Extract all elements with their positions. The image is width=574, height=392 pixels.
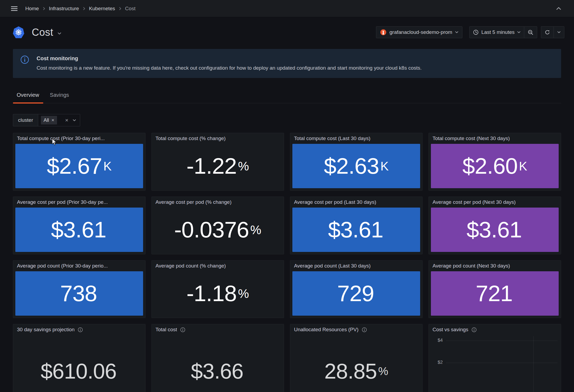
stat-value: 729 — [337, 280, 374, 307]
page-title: Cost — [32, 27, 53, 38]
panel-header[interactable]: Average cost per pod (% change) — [152, 197, 284, 208]
panel-title: Cost vs savings — [433, 327, 468, 333]
clear-selection-icon[interactable]: × — [61, 117, 68, 123]
collapse-up-icon[interactable] — [554, 4, 563, 13]
breadcrumb: Home Infrastructure Kubernetes Cost — [25, 6, 136, 12]
panel-title: Average pod count (Last 30 days) — [294, 263, 371, 269]
panel-title: Total cost — [155, 327, 177, 333]
datasource-picker[interactable]: grafanacloud-sedemo-prom — [376, 26, 462, 38]
panel-title: Unallocated Resources (PV) — [294, 327, 359, 333]
cluster-variable-select[interactable]: All × × — [38, 114, 80, 126]
chevron-down-icon — [557, 31, 561, 33]
breadcrumb-home[interactable]: Home — [25, 6, 39, 12]
panel-avg-cost-per-pod-last30: Average cost per pod (Last 30 days) $3.6… — [290, 197, 423, 254]
y-axis-tick: $4 — [431, 338, 443, 343]
panel-title: Total compute cost (Next 30 days) — [433, 136, 510, 141]
panel-total-cost: Total cost $3.66 — [151, 324, 284, 392]
time-range-label: Last 5 minutes — [481, 29, 515, 35]
panel-avg-cost-per-pod-next30: Average cost per pod (Next 30 days) $3.6… — [428, 197, 561, 254]
timeseries-plot[interactable]: $4 $2 — [431, 335, 559, 392]
panel-total-compute-cost-last30: Total compute cost (Last 30 days) $2.63K — [290, 133, 423, 191]
info-icon[interactable] — [78, 327, 83, 332]
stat-suffix: K — [103, 159, 112, 173]
prometheus-icon — [380, 29, 387, 35]
stat-value: $3.66 — [191, 359, 243, 384]
stat-value: -1.22 — [186, 153, 236, 179]
tab-bar: Overview Savings — [13, 89, 561, 103]
panel-header[interactable]: Total compute cost (Last 30 days) — [290, 133, 422, 144]
stat-suffix: K — [519, 159, 527, 173]
stat-value: $610.06 — [41, 359, 116, 384]
magnifier-minus-icon — [528, 30, 533, 35]
panel-title: Average pod count (Prior 30-day perio... — [17, 263, 108, 269]
time-picker-group: Last 5 minutes — [469, 26, 537, 38]
panel-header[interactable]: Average cost per pod (Prior 30-day pe... — [13, 197, 145, 208]
panel-header[interactable]: Average pod count (Prior 30-day perio... — [13, 261, 145, 271]
tab-overview[interactable]: Overview — [13, 89, 46, 103]
stat-value: -1.18 — [186, 280, 236, 307]
template-variable-row: cluster All × × — [13, 114, 561, 126]
stat-suffix: % — [250, 223, 261, 237]
stat-suffix: % — [238, 159, 249, 173]
datasource-label: grafanacloud-sedemo-prom — [389, 29, 452, 35]
chip-remove-icon[interactable]: × — [51, 117, 54, 123]
menu-icon[interactable] — [10, 5, 18, 13]
panel-header[interactable]: Cost vs savings — [429, 324, 561, 335]
gridline-vertical — [561, 336, 561, 392]
cluster-variable-label: cluster — [13, 114, 38, 126]
chevron-right-icon — [83, 7, 85, 10]
chevron-down-icon[interactable] — [73, 119, 76, 122]
refresh-button[interactable] — [541, 26, 554, 38]
panel-title: 30 day savings projection — [17, 327, 75, 333]
info-icon[interactable] — [472, 327, 477, 332]
panel-header[interactable]: Average pod count (Next 30 days) — [429, 261, 561, 271]
panel-header[interactable]: Total compute cost (Next 30 days) — [429, 133, 561, 144]
stat-suffix: K — [380, 159, 389, 173]
panel-header[interactable]: Unallocated Resources (PV) — [290, 324, 422, 335]
stat-value: $3.61 — [328, 217, 383, 243]
breadcrumb-infrastructure[interactable]: Infrastructure — [49, 6, 79, 12]
panel-title: Average cost per pod (% change) — [155, 199, 232, 205]
time-range-button[interactable]: Last 5 minutes — [469, 26, 524, 38]
panel-header[interactable]: Average cost per pod (Last 30 days) — [290, 197, 422, 208]
panel-avg-pod-count-pct-change: Average pod count (% change) -1.18% — [151, 260, 284, 318]
refresh-interval-button[interactable] — [554, 26, 564, 38]
chevron-right-icon — [43, 7, 45, 10]
panel-header[interactable]: Average pod count (Last 30 days) — [290, 261, 422, 271]
info-circle-icon — [20, 55, 29, 64]
panel-header[interactable]: Total compute cost (Prior 30-day peri... — [13, 133, 145, 144]
info-icon[interactable] — [180, 327, 185, 332]
zoom-out-time-button[interactable] — [524, 26, 537, 38]
y-axis-tick: $2 — [431, 360, 443, 365]
panel-header[interactable]: Average cost per pod (Next 30 days) — [429, 197, 561, 208]
gridline-vertical — [533, 336, 534, 392]
tab-savings[interactable]: Savings — [46, 89, 76, 103]
stat-value: $3.61 — [51, 217, 106, 243]
panel-title: Average cost per pod (Last 30 days) — [294, 199, 376, 205]
alert-title: Cost monitoring — [37, 55, 422, 62]
panel-title: Total compute cost (Last 30 days) — [294, 136, 370, 141]
panel-header[interactable]: Total compute cost (% change) — [152, 133, 284, 144]
breadcrumb-cost: Cost — [125, 6, 136, 12]
title-chevron-down-icon[interactable] — [58, 32, 61, 35]
info-icon[interactable] — [362, 327, 367, 332]
stat-suffix: % — [378, 365, 388, 378]
clock-icon — [473, 30, 479, 35]
panel-header[interactable]: 30 day savings projection — [13, 324, 145, 335]
panel-header[interactable]: Average pod count (% change) — [152, 261, 284, 271]
chevron-down-icon — [455, 31, 458, 33]
chip-label: All — [44, 117, 49, 123]
panel-total-compute-cost-next30: Total compute cost (Next 30 days) $2.60K — [428, 133, 561, 191]
panel-total-compute-cost-prior: Total compute cost (Prior 30-day peri...… — [13, 133, 146, 191]
breadcrumb-kubernetes[interactable]: Kubernetes — [89, 6, 115, 12]
panel-avg-pod-count-prior: Average pod count (Prior 30-day perio...… — [13, 260, 146, 318]
stat-value: $2.63 — [324, 153, 379, 179]
stat-value: 738 — [60, 280, 97, 307]
panel-title: Total compute cost (Prior 30-day peri... — [17, 136, 105, 141]
panel-grid: Total compute cost (Prior 30-day peri...… — [13, 133, 561, 382]
stat-value: -0.0376 — [174, 217, 249, 243]
selected-value-chip: All × — [41, 116, 57, 124]
dashboard-header: Cost grafanacloud-sedemo-prom Last 5 min… — [0, 17, 574, 38]
panel-avg-cost-per-pod-pct-change: Average cost per pod (% change) -0.0376% — [151, 197, 284, 254]
panel-header[interactable]: Total cost — [152, 324, 284, 335]
